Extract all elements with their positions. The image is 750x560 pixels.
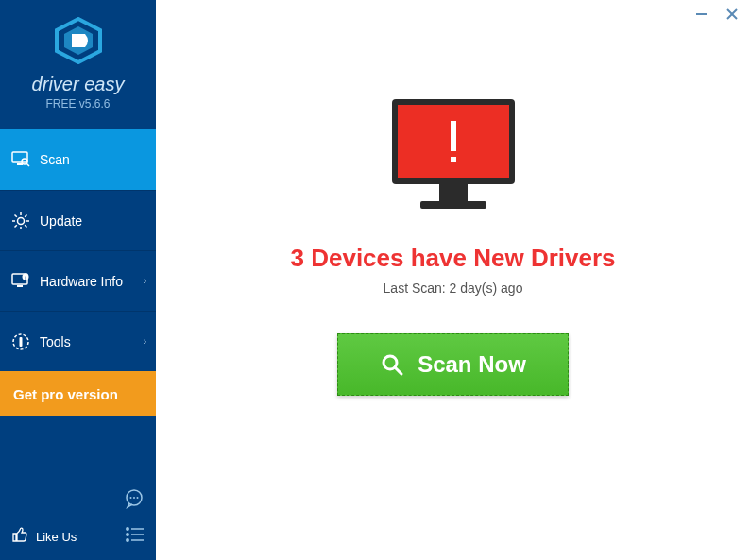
thumbs-up-icon	[11, 526, 28, 547]
gear-icon	[11, 212, 30, 230]
pro-button-label: Get pro version	[13, 386, 118, 402]
svg-point-6	[18, 217, 25, 224]
sidebar-item-scan[interactable]: Scan	[0, 129, 156, 190]
svg-point-27	[127, 534, 128, 535]
last-scan-text: Last Scan: 2 day(s) ago	[384, 280, 523, 296]
scan-result-headline: 3 Devices have New Drivers	[291, 244, 616, 273]
svg-rect-36	[451, 121, 456, 151]
brand-text: driver easy	[0, 74, 156, 95]
logo-area: driver easy FREE v5.6.6	[0, 0, 156, 120]
sidebar-item-tools[interactable]: Tools ›	[0, 311, 156, 371]
window-controls	[693, 6, 741, 23]
monitor-info-icon: i	[11, 272, 30, 291]
tools-icon	[11, 332, 30, 351]
svg-point-25	[127, 528, 128, 530]
svg-rect-16	[17, 285, 23, 287]
sidebar-bottom: Like Us	[0, 479, 156, 560]
sidebar-item-update[interactable]: Update	[0, 190, 156, 250]
scan-now-button[interactable]: Scan Now	[337, 333, 569, 396]
svg-rect-38	[439, 184, 468, 201]
svg-line-5	[26, 163, 29, 166]
like-us-label: Like Us	[36, 530, 77, 544]
alert-monitor-icon	[383, 94, 524, 221]
svg-line-14	[25, 214, 26, 216]
monitor-search-icon	[11, 150, 30, 169]
svg-line-41	[395, 367, 401, 374]
menu-list-icon[interactable]	[126, 527, 145, 546]
sidebar: driver easy FREE v5.6.6 Scan Update i Ha…	[0, 0, 156, 560]
feedback-icon[interactable]	[124, 488, 145, 513]
svg-line-13	[15, 225, 17, 227]
chevron-right-icon: ›	[144, 336, 146, 347]
svg-rect-20	[20, 337, 23, 347]
svg-point-23	[133, 497, 135, 499]
svg-rect-2	[12, 152, 27, 162]
sidebar-item-hardware-info[interactable]: i Hardware Info ›	[0, 250, 156, 311]
svg-point-29	[127, 539, 128, 541]
nav-label: Scan	[40, 152, 70, 167]
svg-point-24	[137, 497, 139, 499]
nav: Scan Update i Hardware Info › Tools › Ge…	[0, 129, 156, 479]
content-area: 3 Devices have New Drivers Last Scan: 2 …	[156, 0, 750, 396]
svg-rect-37	[451, 157, 456, 162]
svg-point-22	[130, 497, 132, 499]
app-logo-icon	[53, 17, 104, 68]
svg-rect-39	[420, 201, 486, 209]
chevron-right-icon: ›	[144, 276, 146, 286]
svg-line-11	[15, 214, 17, 216]
svg-line-12	[25, 225, 26, 227]
get-pro-button[interactable]: Get pro version	[0, 371, 156, 416]
nav-label: Hardware Info	[40, 274, 123, 289]
nav-label: Tools	[40, 334, 71, 349]
minimize-button[interactable]	[693, 6, 710, 23]
scan-button-label: Scan Now	[418, 351, 526, 378]
like-us-button[interactable]: Like Us	[11, 526, 77, 547]
search-icon	[380, 352, 404, 377]
main-panel: 3 Devices have New Drivers Last Scan: 2 …	[156, 0, 750, 560]
nav-label: Update	[40, 213, 82, 229]
version-text: FREE v5.6.6	[0, 97, 156, 110]
close-button[interactable]	[724, 6, 741, 23]
